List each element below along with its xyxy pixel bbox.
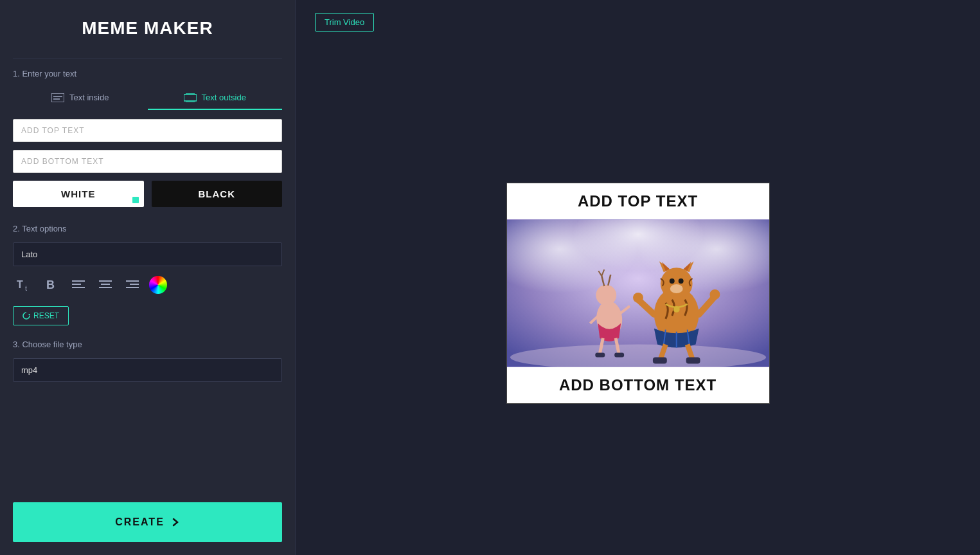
font-select[interactable]: Lato — [13, 242, 282, 266]
font-size-icon: T t — [17, 278, 32, 292]
color-buttons-row: WHITE BLACK — [13, 181, 282, 207]
black-color-button[interactable]: BLACK — [152, 181, 283, 207]
file-type-select[interactable]: mp4 gif jpg — [13, 358, 282, 382]
align-left-button[interactable] — [68, 277, 89, 293]
font-size-button[interactable]: T t — [13, 275, 36, 295]
left-panel: MEME MAKER 1. Enter your text Text insid… — [0, 0, 296, 555]
svg-marker-18 — [28, 314, 30, 316]
tab-text-inside[interactable]: Text inside — [13, 87, 148, 110]
create-button[interactable]: CREATE — [13, 502, 282, 542]
svg-point-42 — [678, 278, 683, 284]
app-title: MEME MAKER — [13, 0, 282, 54]
section-text-entry: 1. Enter your text Text inside Text outs… — [13, 69, 282, 210]
meme-image-area — [507, 219, 769, 367]
white-color-button[interactable]: WHITE — [13, 181, 144, 207]
align-right-icon — [126, 280, 139, 290]
svg-rect-3 — [184, 95, 197, 101]
align-right-button[interactable] — [122, 277, 143, 293]
tab-inside-label: Text inside — [69, 93, 109, 102]
section-file-type: 3. Choose file type mp4 gif jpg — [13, 340, 282, 382]
reset-icon — [22, 312, 30, 320]
bottom-text-input[interactable] — [13, 150, 282, 173]
bold-button[interactable]: B — [42, 276, 62, 294]
preview-area: ADD TOP TEXT — [315, 44, 961, 542]
meme-bottom-text: ADD BOTTOM TEXT — [507, 367, 769, 403]
svg-point-41 — [669, 278, 674, 284]
svg-text:t: t — [25, 284, 27, 292]
color-picker-button[interactable] — [149, 276, 167, 294]
svg-rect-51 — [686, 358, 700, 364]
right-panel: Trim Video ADD TOP TEXT — [296, 0, 980, 555]
text-outside-icon — [184, 93, 197, 102]
svg-point-40 — [660, 268, 692, 300]
svg-point-52 — [673, 306, 679, 313]
svg-rect-32 — [595, 353, 605, 358]
section1-label: 1. Enter your text — [13, 69, 282, 78]
create-btn-wrapper: CREATE — [13, 489, 282, 542]
section3-label: 3. Choose file type — [13, 340, 282, 349]
create-label: CREATE — [115, 516, 165, 528]
svg-rect-33 — [614, 353, 624, 358]
trim-video-button[interactable]: Trim Video — [315, 13, 374, 32]
text-format-row: T t B — [13, 275, 282, 295]
svg-text:B: B — [46, 278, 55, 291]
section-text-options: 2. Text options Lato T t B — [13, 224, 282, 325]
tab-text-outside[interactable]: Text outside — [148, 87, 283, 110]
bold-icon: B — [46, 278, 58, 291]
svg-rect-0 — [51, 93, 64, 102]
svg-point-47 — [709, 289, 720, 300]
meme-illustration — [507, 219, 769, 367]
tab-outside-label: Text outside — [202, 93, 246, 102]
align-center-icon — [99, 280, 112, 290]
top-text-input[interactable] — [13, 119, 282, 142]
svg-point-46 — [633, 293, 643, 303]
reset-label: RESET — [33, 311, 59, 320]
reset-button[interactable]: RESET — [13, 306, 69, 325]
align-left-icon — [72, 280, 85, 290]
section2-label: 2. Text options — [13, 224, 282, 233]
meme-preview: ADD TOP TEXT — [506, 183, 770, 404]
chevron-right-icon — [171, 518, 180, 527]
meme-top-text: ADD TOP TEXT — [507, 183, 769, 219]
svg-point-43 — [670, 284, 682, 293]
svg-rect-50 — [652, 358, 666, 364]
divider — [13, 58, 282, 59]
align-center-button[interactable] — [95, 277, 116, 293]
svg-point-25 — [596, 285, 616, 305]
svg-text:T: T — [17, 279, 23, 290]
text-inside-icon — [51, 93, 64, 102]
tabs-row: Text inside Text outside — [13, 87, 282, 110]
